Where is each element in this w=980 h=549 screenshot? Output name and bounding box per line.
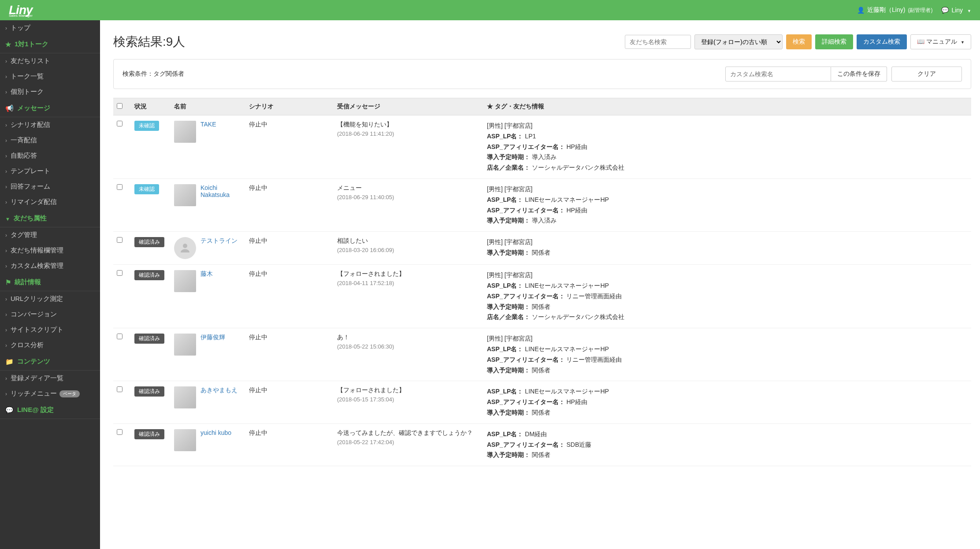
- book-icon: [917, 38, 924, 45]
- sidebar: › トップ 1対1トーク›友だちリスト›トーク一覧›個別トークメッセージ›シナリ…: [0, 20, 100, 549]
- sidebar-item-3-2[interactable]: ›サイトスクリプト: [0, 322, 100, 338]
- sidebar-section-3[interactable]: 統計情報: [0, 274, 100, 291]
- sidebar-item-2-0[interactable]: ›タグ管理: [0, 227, 100, 243]
- th-scenario: シナリオ: [245, 98, 334, 115]
- msg-time: (2018-05-22 15:06:30): [337, 343, 480, 350]
- sidebar-item-1-2[interactable]: ›自動応答: [0, 148, 100, 163]
- sidebar-item-1-3[interactable]: ›テンプレート: [0, 163, 100, 179]
- tag-info-cell: [男性] [宇都宮店]ASP_LP名： LINEセールスマネージャーHPASP_…: [483, 265, 971, 328]
- tag-line: ASP_LP名： LINEセールスマネージャーHP: [487, 195, 968, 205]
- save-conditions-button[interactable]: この条件を保存: [831, 67, 887, 82]
- manual-button[interactable]: マニュアル: [910, 34, 971, 49]
- select-all-checkbox[interactable]: [117, 103, 122, 109]
- caret-down-icon: [965, 7, 971, 14]
- tag-line: ASP_LP名： LINEセールスマネージャーHP: [487, 281, 968, 291]
- custom-name-input[interactable]: [725, 67, 831, 82]
- friend-search-input[interactable]: [625, 35, 691, 49]
- sidebar-section-label: メッセージ: [17, 104, 50, 112]
- logo[interactable]: Liny Sales Manager: [9, 3, 33, 18]
- th-msg: 受信メッセージ: [334, 98, 483, 115]
- friend-name-link[interactable]: 藤木: [200, 270, 213, 278]
- sidebar-item-4-0[interactable]: ›登録メディア一覧: [0, 371, 100, 386]
- th-status: 状況: [131, 98, 171, 115]
- avatar: [174, 237, 196, 259]
- sidebar-item-label: 一斉配信: [11, 136, 37, 145]
- header-user[interactable]: 近藤剛（Liny) (副管理者): [857, 6, 932, 14]
- chevron-right-icon: ›: [5, 296, 7, 302]
- table-row: 未確認Koichi Nakatsuka停止中メニュー(2018-06-29 11…: [113, 178, 971, 231]
- tag-info-cell: ASP_LP名： DM経由ASP_アフィリエイター名： SDB近藤導入予定時期：…: [483, 423, 971, 466]
- sidebar-item-3-0[interactable]: ›URLクリック測定: [0, 291, 100, 307]
- status-badge: 未確認: [134, 121, 159, 131]
- msg-text: 【フォローされました】: [337, 386, 480, 394]
- sidebar-section-5[interactable]: LINE@ 設定: [0, 401, 100, 419]
- tag-line: 導入予定時期： 関係者: [487, 365, 968, 376]
- mega-icon: [5, 104, 14, 112]
- status-badge: 未確認: [134, 184, 159, 194]
- sidebar-section-1[interactable]: メッセージ: [0, 100, 100, 117]
- row-checkbox[interactable]: [117, 386, 122, 392]
- sidebar-item-top[interactable]: › トップ: [0, 20, 100, 36]
- row-checkbox[interactable]: [117, 184, 122, 190]
- row-checkbox[interactable]: [117, 237, 122, 243]
- tag-line: ASP_LP名： LINEセールスマネージャーHP: [487, 386, 968, 397]
- custom-search-button[interactable]: カスタム検索: [857, 34, 907, 49]
- sidebar-section-label: LINE@ 設定: [17, 406, 54, 414]
- sidebar-item-4-1[interactable]: ›リッチメニューベータ: [0, 386, 100, 401]
- scenario-cell: 停止中: [245, 232, 334, 265]
- detail-search-button[interactable]: 詳細検索: [815, 34, 853, 49]
- friend-name-link[interactable]: TAKE: [200, 121, 216, 128]
- search-button[interactable]: 検索: [786, 34, 812, 49]
- sidebar-item-label: テンプレート: [11, 167, 50, 175]
- friend-name-link[interactable]: テストライン: [200, 237, 238, 245]
- sidebar-item-1-5[interactable]: ›リマインダ配信: [0, 194, 100, 210]
- sidebar-item-3-1[interactable]: ›コンバージョン: [0, 307, 100, 322]
- row-checkbox[interactable]: [117, 270, 122, 276]
- row-checkbox[interactable]: [117, 121, 122, 126]
- chevron-right-icon: ›: [5, 327, 7, 333]
- line-icon: [5, 406, 14, 414]
- tag-line: [男性] [宇都宮店]: [487, 334, 968, 344]
- sidebar-item-1-4[interactable]: ›回答フォーム: [0, 179, 100, 194]
- sidebar-section-label: 統計情報: [15, 278, 41, 286]
- friend-name-link[interactable]: 伊藤俊輝: [200, 334, 225, 341]
- sidebar-section-4[interactable]: コンテンツ: [0, 353, 100, 371]
- chevron-right-icon: ›: [5, 184, 7, 190]
- table-row: 確認済みテストライン停止中相談したい(2018-03-20 16:06:09)[…: [113, 232, 971, 265]
- scenario-cell: 停止中: [245, 115, 334, 179]
- friend-name-link[interactable]: yuichi kubo: [200, 429, 231, 436]
- sidebar-section-2[interactable]: 友だち属性: [0, 210, 100, 227]
- table-row: 確認済み藤木停止中【フォローされました】(2018-04-11 17:52:18…: [113, 265, 971, 328]
- chevron-right-icon: ›: [5, 391, 7, 397]
- chat-label: Liny: [951, 7, 963, 14]
- clear-button[interactable]: クリア: [891, 67, 962, 82]
- friend-name-link[interactable]: あきやまもえ: [200, 386, 238, 394]
- tag-line: 導入予定時期： 関係者: [487, 248, 968, 258]
- chevron-right-icon: ›: [5, 153, 7, 159]
- sidebar-item-1-1[interactable]: ›一斉配信: [0, 133, 100, 148]
- sort-select[interactable]: 登録(フォロー)の古い順: [694, 34, 783, 49]
- row-checkbox[interactable]: [117, 429, 122, 435]
- sidebar-item-1-0[interactable]: ›シナリオ配信: [0, 117, 100, 133]
- tag-line: 店名／企業名： ソーシャルデータバンク株式会社: [487, 163, 968, 173]
- table-row: 未確認TAKE停止中【機能を知りたい】(2018-06-29 11:41:20)…: [113, 115, 971, 179]
- sidebar-item-label: カスタム検索管理: [11, 262, 63, 270]
- sidebar-item-2-2[interactable]: ›カスタム検索管理: [0, 258, 100, 274]
- filter-icon: [5, 215, 10, 222]
- sidebar-item-0-2[interactable]: ›個別トーク: [0, 84, 100, 100]
- tag-line: [男性] [宇都宮店]: [487, 237, 968, 248]
- user-role: (副管理者): [908, 7, 932, 14]
- chevron-right-icon: ›: [5, 137, 7, 144]
- tag-line: 導入予定時期： 関係者: [487, 450, 968, 460]
- sidebar-item-0-1[interactable]: ›トーク一覧: [0, 69, 100, 84]
- status-badge: 確認済み: [134, 334, 164, 344]
- tag-line: ASP_アフィリエイター名： SDB近藤: [487, 440, 968, 450]
- sidebar-item-0-0[interactable]: ›友だちリスト: [0, 53, 100, 69]
- sidebar-item-3-3[interactable]: ›クロス分析: [0, 338, 100, 353]
- sidebar-section-0[interactable]: 1対1トーク: [0, 36, 100, 53]
- row-checkbox[interactable]: [117, 334, 122, 339]
- sidebar-item-2-1[interactable]: ›友だち情報欄管理: [0, 243, 100, 258]
- header-chat[interactable]: Liny: [941, 7, 971, 14]
- friend-name-link[interactable]: Koichi Nakatsuka: [200, 184, 242, 198]
- tag-line: [男性] [宇都宮店]: [487, 184, 968, 195]
